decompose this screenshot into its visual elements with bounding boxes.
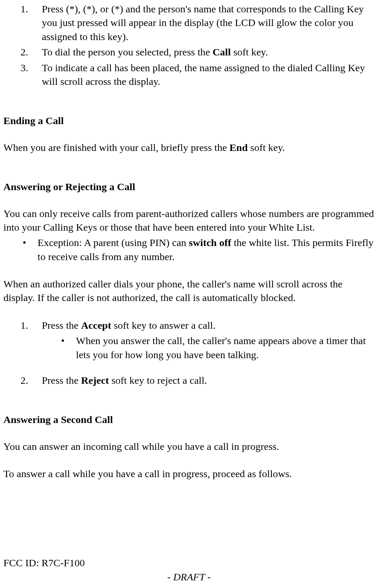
list-item: 2. Press the Reject soft key to reject a… <box>20 374 375 387</box>
footer-fcc-id: FCC ID: R7C-F100 <box>3 556 375 570</box>
bullet-icon: • <box>59 334 76 362</box>
bulleted-list: • Exception: A parent (using PIN) can sw… <box>3 236 375 264</box>
list-number: 2. <box>20 45 42 59</box>
list-item: • When you answer the call, the caller's… <box>59 334 375 362</box>
list-text: Exception: A parent (using PIN) can swit… <box>38 236 375 264</box>
paragraph: When you are finished with your call, br… <box>3 141 375 154</box>
bullet-icon: • <box>20 236 38 264</box>
list-item: 1. Press (*), (*), or (*) and the person… <box>20 2 375 43</box>
list-item: 3. To indicate a call has been placed, t… <box>20 61 375 89</box>
heading-second-call: Answering a Second Call <box>3 413 375 426</box>
list-number: 1. <box>20 319 42 332</box>
numbered-list-2: 1. Press the Accept soft key to answer a… <box>3 319 375 332</box>
list-text: To dial the person you selected, press t… <box>42 45 375 59</box>
heading-ending-call: Ending a Call <box>3 114 375 127</box>
list-text: When you answer the call, the caller's n… <box>76 334 375 362</box>
heading-answering-rejecting: Answering or Rejecting a Call <box>3 180 375 194</box>
list-text: Press (*), (*), or (*) and the person's … <box>42 2 375 43</box>
list-item: • Exception: A parent (using PIN) can sw… <box>20 236 375 264</box>
document-content: 1. Press (*), (*), or (*) and the person… <box>3 0 375 481</box>
nested-list: • When you answer the call, the caller's… <box>3 334 375 362</box>
paragraph: To answer a call while you have a call i… <box>3 467 375 481</box>
list-number: 3. <box>20 61 42 89</box>
list-text: Press the Reject soft key to reject a ca… <box>42 374 375 387</box>
list-number: 2. <box>20 374 42 387</box>
list-item: 2. To dial the person you selected, pres… <box>20 45 375 59</box>
list-item: 1. Press the Accept soft key to answer a… <box>20 319 375 332</box>
paragraph: You can only receive calls from parent-a… <box>3 207 375 235</box>
footer-draft-label: - DRAFT - <box>3 570 375 584</box>
numbered-list-2b: 2. Press the Reject soft key to reject a… <box>3 374 375 387</box>
paragraph: When an authorized caller dials your pho… <box>3 277 375 305</box>
numbered-list-1: 1. Press (*), (*), or (*) and the person… <box>3 2 375 88</box>
list-number: 1. <box>20 2 42 43</box>
paragraph: You can answer an incoming call while yo… <box>3 440 375 453</box>
list-text: Press the Accept soft key to answer a ca… <box>42 319 375 332</box>
footer: FCC ID: R7C-F100 - DRAFT - <box>3 556 375 584</box>
list-text: To indicate a call has been placed, the … <box>42 61 375 89</box>
